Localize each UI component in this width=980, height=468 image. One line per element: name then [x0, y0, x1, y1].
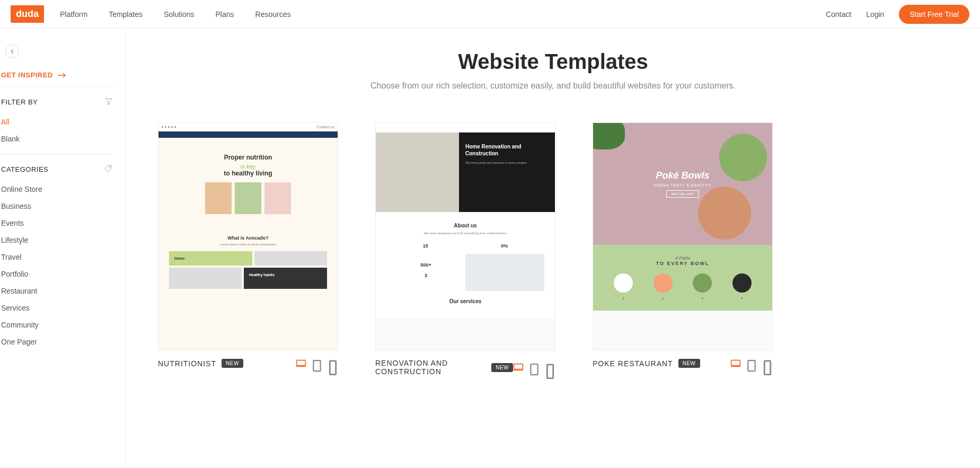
tablet-icon[interactable] [312, 359, 322, 368]
mobile-icon[interactable] [762, 359, 773, 368]
preview-text: Detox [174, 257, 184, 260]
get-inspired-link[interactable]: GET INSPIRED [0, 71, 113, 87]
nav-plans[interactable]: Plans [216, 10, 234, 19]
filter-blank[interactable]: Blank [0, 130, 113, 147]
svg-rect-1 [313, 360, 320, 371]
template-preview[interactable]: Poké Bowls FRESH TASTY & HEALTHY SEE THE… [593, 122, 773, 350]
arrow-right-icon [57, 73, 67, 78]
preview-text: TO EVERY BOWL [604, 261, 762, 266]
desktop-icon[interactable] [513, 363, 524, 372]
main-content: Website Templates Choose from our rich s… [126, 29, 980, 468]
main-nav: Platform Templates Solutions Plans Resou… [60, 10, 826, 19]
tag-icon[interactable] [104, 165, 113, 173]
filter-by-header: FILTER BY [0, 87, 126, 113]
back-button[interactable] [5, 45, 19, 58]
chevron-left-icon [10, 49, 15, 54]
cat-community[interactable]: Community [0, 316, 113, 333]
cat-lifestyle[interactable]: Lifestyle [0, 232, 113, 249]
preview-text: Poké Bowls [654, 170, 712, 181]
nav-resources[interactable]: Resources [255, 10, 291, 19]
template-card-poke: Poké Bowls FRESH TASTY & HEALTHY SEE THE… [593, 122, 773, 376]
preview-text: 3 [425, 273, 427, 278]
template-preview[interactable]: Home Renovation and ConstructionWe bring… [375, 122, 555, 350]
preview-text: Our services [386, 298, 544, 304]
cat-events[interactable]: Events [0, 215, 113, 232]
preview-text: 0% [501, 243, 508, 249]
get-inspired-label: GET INSPIRED [1, 71, 53, 79]
start-trial-button[interactable]: Start Free Trial [899, 5, 969, 24]
svg-rect-3 [514, 364, 523, 369]
template-name: NUTRITIONIST [158, 359, 216, 368]
login-link[interactable]: Login [866, 10, 884, 19]
preview-text: 4 Parts [604, 255, 762, 261]
filter-icon[interactable] [104, 98, 113, 106]
cat-one-pager[interactable]: One Pager [0, 333, 113, 350]
new-badge: NEW [222, 359, 243, 368]
page-title: Website Templates [158, 50, 948, 74]
categories-label: CATEGORIES [1, 165, 48, 173]
cat-services[interactable]: Services [0, 299, 113, 316]
preview-text: to healthy living [169, 170, 327, 177]
desktop-icon[interactable] [296, 359, 306, 368]
template-name: RENOVATION AND CONSTRUCTION [375, 359, 486, 376]
header: duda Platform Templates Solutions Plans … [0, 0, 980, 29]
filter-all[interactable]: All [0, 113, 113, 130]
svg-rect-4 [531, 364, 537, 375]
desktop-icon[interactable] [730, 359, 741, 368]
mobile-icon[interactable] [545, 363, 555, 372]
svg-rect-0 [297, 360, 306, 365]
template-name: POKE RESTAURANT [593, 359, 673, 368]
svg-rect-8 [764, 360, 770, 374]
templates-grid: Contact us Proper nutrition is key to he… [158, 122, 948, 376]
nav-solutions[interactable]: Solutions [164, 10, 195, 19]
logo[interactable]: duda [11, 5, 44, 23]
template-preview[interactable]: Contact us Proper nutrition is key to he… [158, 122, 338, 350]
preview-text: 500+ [420, 262, 431, 268]
nav-templates[interactable]: Templates [109, 10, 143, 19]
categories-list: Online Store Business Events Lifestyle T… [0, 181, 113, 350]
svg-rect-2 [330, 360, 336, 374]
sidebar: GET INSPIRED FILTER BY All Blank CATEGOR… [0, 29, 126, 468]
categories-header: CATEGORIES [0, 154, 126, 181]
new-badge: NEW [678, 359, 700, 368]
svg-rect-5 [547, 365, 553, 378]
svg-rect-7 [748, 360, 755, 371]
preview-text: FRESH TASTY & HEALTHY [654, 183, 712, 187]
template-card-renovation: Home Renovation and ConstructionWe bring… [375, 122, 555, 376]
svg-rect-6 [731, 360, 740, 365]
preview-text: Home Renovation and Construction [465, 143, 549, 157]
tablet-icon[interactable] [746, 359, 757, 368]
contact-link[interactable]: Contact [826, 10, 851, 19]
filter-by-label: FILTER BY [1, 98, 38, 106]
right-nav: Contact Login Start Free Trial [826, 5, 969, 24]
nav-platform[interactable]: Platform [60, 10, 87, 19]
preview-text: What is Avocado? [164, 235, 332, 241]
template-card-nutritionist: Contact us Proper nutrition is key to he… [158, 122, 338, 376]
cat-online-store[interactable]: Online Store [0, 181, 113, 198]
new-badge: NEW [491, 363, 513, 372]
cat-travel[interactable]: Travel [0, 249, 113, 266]
preview-text: About us [386, 223, 544, 228]
page-subtitle: Choose from our rich selection, customiz… [158, 81, 948, 91]
mobile-icon[interactable] [328, 359, 338, 368]
cat-business[interactable]: Business [0, 198, 113, 215]
preview-text: Healthy habits [249, 273, 275, 277]
preview-text: is key [169, 163, 327, 170]
tablet-icon[interactable] [529, 363, 540, 372]
cat-restaurant[interactable]: Restaurant [0, 282, 113, 299]
filter-group: All Blank [0, 113, 113, 154]
cat-portfolio[interactable]: Portfolio [0, 266, 113, 282]
preview-text: 15 [423, 243, 428, 249]
preview-text: Proper nutrition [169, 154, 327, 161]
